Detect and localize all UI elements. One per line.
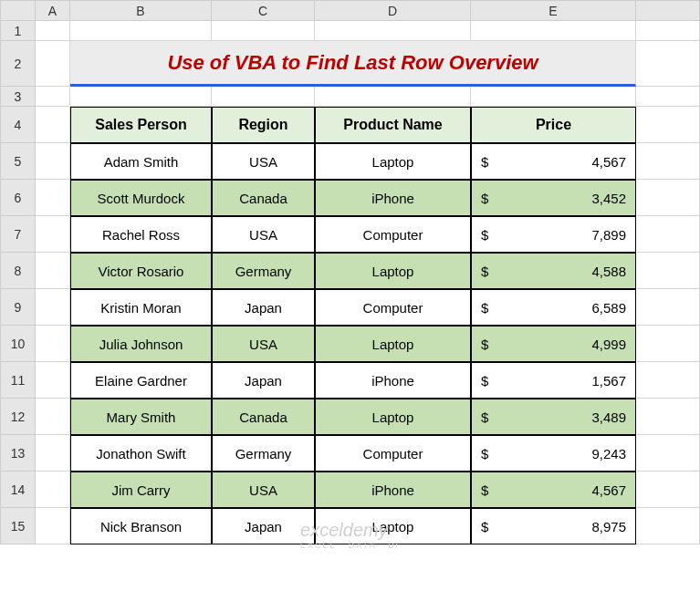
row-header-13[interactable]: 13 bbox=[1, 435, 36, 472]
table-row[interactable]: $8,975 bbox=[471, 508, 636, 544]
cell-A12[interactable] bbox=[36, 399, 70, 435]
cell-C3[interactable] bbox=[212, 87, 315, 107]
col-header-blank[interactable] bbox=[636, 1, 700, 21]
cell-A2[interactable] bbox=[36, 41, 70, 87]
table-row[interactable]: Laptop bbox=[315, 326, 471, 362]
cell-B3[interactable] bbox=[70, 87, 212, 107]
cell-D1[interactable] bbox=[315, 21, 471, 41]
cell-A9[interactable] bbox=[36, 289, 70, 326]
col-header-D[interactable]: D bbox=[315, 1, 471, 21]
cell-F6[interactable] bbox=[636, 180, 700, 216]
cell-F12[interactable] bbox=[636, 399, 700, 435]
row-header-14[interactable]: 14 bbox=[1, 472, 36, 508]
table-row[interactable]: Japan bbox=[212, 289, 315, 326]
cell-F1[interactable] bbox=[636, 21, 700, 41]
table-row[interactable]: Germany bbox=[212, 435, 315, 472]
table-row[interactable]: Laptop bbox=[315, 508, 471, 544]
row-header-15[interactable]: 15 bbox=[1, 508, 36, 544]
cell-A8[interactable] bbox=[36, 253, 70, 289]
table-row[interactable]: $1,567 bbox=[471, 362, 636, 399]
cell-F5[interactable] bbox=[636, 143, 700, 180]
table-row[interactable]: $6,589 bbox=[471, 289, 636, 326]
table-header-price[interactable]: Price bbox=[471, 107, 636, 143]
table-row[interactable]: Germany bbox=[212, 253, 315, 289]
cell-C1[interactable] bbox=[212, 21, 315, 41]
col-header-B[interactable]: B bbox=[70, 1, 212, 21]
table-header-product-name[interactable]: Product Name bbox=[315, 107, 471, 143]
table-row[interactable]: USA bbox=[212, 216, 315, 253]
table-row[interactable]: Adam Smith bbox=[70, 143, 212, 180]
cell-A4[interactable] bbox=[36, 107, 70, 143]
table-row[interactable]: Scott Murdock bbox=[70, 180, 212, 216]
table-row[interactable]: $4,567 bbox=[471, 143, 636, 180]
col-header-E[interactable]: E bbox=[471, 1, 636, 21]
table-row[interactable]: Rachel Ross bbox=[70, 216, 212, 253]
table-header-sales-person[interactable]: Sales Person bbox=[70, 107, 212, 143]
row-header-2[interactable]: 2 bbox=[1, 41, 36, 87]
cell-A13[interactable] bbox=[36, 435, 70, 472]
table-row[interactable]: Julia Johnson bbox=[70, 326, 212, 362]
row-header-5[interactable]: 5 bbox=[1, 143, 36, 180]
row-header-12[interactable]: 12 bbox=[1, 399, 36, 435]
table-row[interactable]: Elaine Gardner bbox=[70, 362, 212, 399]
cell-A5[interactable] bbox=[36, 143, 70, 180]
table-row[interactable]: iPhone bbox=[315, 180, 471, 216]
cell-F4[interactable] bbox=[636, 107, 700, 143]
table-row[interactable]: $3,452 bbox=[471, 180, 636, 216]
spreadsheet-grid[interactable]: A B C D E 1 2 Use of VBA to Find Last Ro… bbox=[0, 0, 700, 544]
table-row[interactable]: iPhone bbox=[315, 362, 471, 399]
row-header-7[interactable]: 7 bbox=[1, 216, 36, 253]
cell-F14[interactable] bbox=[636, 472, 700, 508]
table-row[interactable]: Mary Smith bbox=[70, 399, 212, 435]
table-row[interactable]: Victor Rosario bbox=[70, 253, 212, 289]
cell-B1[interactable] bbox=[70, 21, 212, 41]
table-row[interactable]: Japan bbox=[212, 362, 315, 399]
cell-A11[interactable] bbox=[36, 362, 70, 399]
table-row[interactable]: $7,899 bbox=[471, 216, 636, 253]
table-row[interactable]: Jonathon Swift bbox=[70, 435, 212, 472]
cell-A1[interactable] bbox=[36, 21, 70, 41]
table-row[interactable]: Laptop bbox=[315, 253, 471, 289]
cell-E3[interactable] bbox=[471, 87, 636, 107]
table-row[interactable]: Computer bbox=[315, 289, 471, 326]
cell-F9[interactable] bbox=[636, 289, 700, 326]
page-title[interactable]: Use of VBA to Find Last Row Overview bbox=[70, 41, 636, 87]
cell-F8[interactable] bbox=[636, 253, 700, 289]
cell-A6[interactable] bbox=[36, 180, 70, 216]
table-row[interactable]: Nick Branson bbox=[70, 508, 212, 544]
cell-F11[interactable] bbox=[636, 362, 700, 399]
table-row[interactable]: $9,243 bbox=[471, 435, 636, 472]
table-row[interactable]: Canada bbox=[212, 399, 315, 435]
cell-A3[interactable] bbox=[36, 87, 70, 107]
table-row[interactable]: Japan bbox=[212, 508, 315, 544]
table-row[interactable]: $4,588 bbox=[471, 253, 636, 289]
cell-A7[interactable] bbox=[36, 216, 70, 253]
table-row[interactable]: Kristin Moran bbox=[70, 289, 212, 326]
cell-A10[interactable] bbox=[36, 326, 70, 362]
table-row[interactable]: Computer bbox=[315, 216, 471, 253]
table-row[interactable]: USA bbox=[212, 326, 315, 362]
cell-A15[interactable] bbox=[36, 508, 70, 544]
table-row[interactable]: $4,567 bbox=[471, 472, 636, 508]
cell-F13[interactable] bbox=[636, 435, 700, 472]
table-header-region[interactable]: Region bbox=[212, 107, 315, 143]
row-header-8[interactable]: 8 bbox=[1, 253, 36, 289]
row-header-6[interactable]: 6 bbox=[1, 180, 36, 216]
col-header-C[interactable]: C bbox=[212, 1, 315, 21]
row-header-4[interactable]: 4 bbox=[1, 107, 36, 143]
col-header-A[interactable]: A bbox=[36, 1, 70, 21]
table-row[interactable]: Computer bbox=[315, 435, 471, 472]
table-row[interactable]: USA bbox=[212, 472, 315, 508]
select-all-corner[interactable] bbox=[1, 1, 36, 21]
row-header-3[interactable]: 3 bbox=[1, 87, 36, 107]
row-header-9[interactable]: 9 bbox=[1, 289, 36, 326]
table-row[interactable]: iPhone bbox=[315, 472, 471, 508]
cell-F10[interactable] bbox=[636, 326, 700, 362]
row-header-11[interactable]: 11 bbox=[1, 362, 36, 399]
table-row[interactable]: $4,999 bbox=[471, 326, 636, 362]
cell-F7[interactable] bbox=[636, 216, 700, 253]
cell-A14[interactable] bbox=[36, 472, 70, 508]
table-row[interactable]: Laptop bbox=[315, 143, 471, 180]
cell-F3[interactable] bbox=[636, 87, 700, 107]
table-row[interactable]: Canada bbox=[212, 180, 315, 216]
